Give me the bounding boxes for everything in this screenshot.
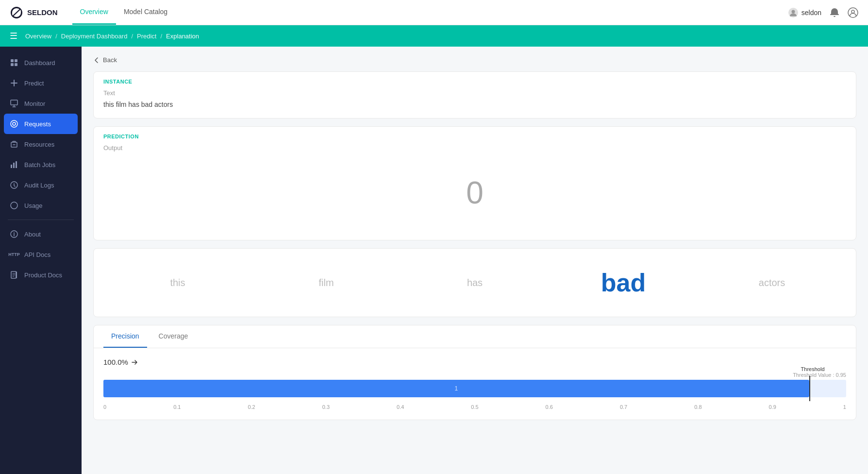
svg-point-16	[11, 202, 17, 209]
breadcrumb-deployment[interactable]: Deployment Dashboard	[61, 33, 128, 40]
sidebar-label-audit-logs: Audit Logs	[24, 182, 54, 189]
top-nav: SELDON Overview Model Catalog seldon	[0, 0, 868, 25]
x-axis-01: 0.1	[173, 404, 181, 410]
sidebar-item-monitor[interactable]: Monitor	[0, 93, 82, 114]
sidebar-label-product-docs: Product Docs	[24, 271, 62, 279]
sidebar-label-batch-jobs: Batch Jobs	[24, 161, 55, 169]
x-axis-07: 0.7	[620, 404, 627, 410]
output-label: Output	[103, 144, 846, 152]
sidebar-label-resources: Resources	[24, 141, 54, 148]
back-arrow-icon	[93, 57, 100, 64]
sidebar-label-requests: Requests	[24, 120, 51, 128]
info-icon	[10, 230, 18, 238]
svg-point-1	[791, 10, 795, 13]
tabs-body: 100.0% Threshold Value : 0.95 1	[94, 348, 856, 420]
breadcrumb-overview[interactable]: Overview	[25, 33, 51, 40]
x-axis: 0 0.1 0.2 0.3 0.4 0.5 0.6 0.7 0.8 0.9 1	[103, 401, 846, 410]
top-nav-right: seldon	[788, 7, 858, 18]
breadcrumb-bar: ☰ Overview / Deployment Dashboard / Pred…	[0, 25, 868, 47]
logo: SELDON	[10, 6, 58, 19]
nav-tabs: Overview Model Catalog	[72, 0, 176, 25]
x-axis-03: 0.3	[322, 404, 330, 410]
sidebar-item-batch-jobs[interactable]: Batch Jobs	[0, 154, 82, 175]
word-this: this	[103, 277, 252, 288]
sidebar-label-dashboard: Dashboard	[24, 59, 55, 67]
back-button[interactable]: Back	[93, 56, 117, 64]
precision-percentage: 100.0%	[103, 358, 128, 366]
svg-rect-6	[11, 63, 14, 66]
threshold-label-row: Threshold Value : 0.95	[103, 372, 846, 378]
sidebar-divider	[8, 220, 74, 220]
plus-icon	[10, 79, 18, 87]
svg-rect-8	[11, 100, 17, 105]
sidebar-label-monitor: Monitor	[24, 100, 45, 107]
sidebar-item-resources[interactable]: Resources	[0, 134, 82, 154]
word-has: has	[401, 277, 549, 288]
box-icon	[10, 140, 18, 149]
sidebar-item-dashboard[interactable]: Dashboard	[0, 52, 82, 73]
instance-field-label: Text	[103, 89, 846, 97]
tabs-card: Precision Coverage 100.0% Th	[93, 325, 856, 420]
user-info: seldon	[788, 7, 821, 18]
account-icon[interactable]	[848, 7, 858, 18]
instance-section-label: INSTANCE	[94, 72, 856, 89]
word-actors: actors	[698, 277, 846, 288]
sidebar-label-predict: Predict	[24, 80, 44, 87]
sidebar-item-product-docs[interactable]: Product Docs	[0, 265, 82, 285]
requests-icon	[10, 119, 18, 128]
instance-field-value: this film has bad actors	[103, 101, 846, 108]
sidebar-label-api-docs: API Docs	[24, 251, 50, 258]
audit-icon	[10, 181, 18, 189]
x-axis-08: 0.8	[694, 404, 701, 410]
svg-rect-14	[16, 161, 17, 168]
prediction-section-label: PREDICTION	[94, 127, 856, 144]
book-icon	[10, 271, 18, 279]
prediction-card: PREDICTION Output 0	[93, 126, 856, 240]
sidebar-item-api-docs[interactable]: HTTP API Docs	[0, 244, 82, 265]
sidebar-label-usage: Usage	[24, 202, 43, 209]
sidebar-item-requests[interactable]: Requests	[4, 114, 78, 134]
percentage-row: 100.0%	[103, 358, 846, 366]
tabs-header: Precision Coverage	[94, 325, 856, 348]
sidebar-item-usage[interactable]: Usage	[0, 195, 82, 216]
http-icon: HTTP	[10, 250, 18, 259]
svg-point-3	[851, 10, 854, 13]
svg-point-10	[13, 122, 16, 125]
hamburger-icon[interactable]: ☰	[10, 31, 17, 41]
word-film: film	[252, 277, 401, 288]
svg-rect-19	[16, 271, 17, 278]
threshold-value-label: Threshold Value : 0.95	[793, 372, 846, 378]
svg-rect-7	[15, 63, 17, 66]
sidebar: Dashboard Predict Monitor	[0, 47, 82, 474]
usage-icon	[10, 201, 18, 210]
tab-precision[interactable]: Precision	[103, 325, 147, 348]
sidebar-label-about: About	[24, 231, 41, 238]
x-axis-09: 0.9	[769, 404, 776, 410]
nav-tab-model-catalog[interactable]: Model Catalog	[116, 0, 175, 25]
x-axis-05: 0.5	[471, 404, 478, 410]
bell-icon[interactable]	[829, 7, 840, 18]
threshold-tag: Threshold	[801, 366, 825, 372]
tab-coverage[interactable]: Coverage	[151, 325, 196, 348]
logo-text: SELDON	[27, 8, 58, 17]
breadcrumb-predict[interactable]: Predict	[137, 33, 156, 40]
breadcrumb-explanation[interactable]: Explanation	[166, 33, 199, 40]
nav-tab-overview[interactable]: Overview	[72, 0, 116, 25]
svg-rect-13	[13, 163, 15, 168]
threshold-line: Threshold	[809, 376, 810, 401]
svg-rect-12	[11, 165, 12, 168]
user-circle-icon	[788, 7, 799, 18]
logo-icon	[10, 6, 23, 19]
word-viz-card: this film has bad actors	[93, 248, 856, 317]
prediction-output-value: 0	[103, 155, 846, 230]
svg-rect-5	[15, 59, 17, 62]
svg-rect-4	[11, 59, 14, 62]
sidebar-item-about[interactable]: About	[0, 224, 82, 244]
x-axis-04: 0.4	[397, 404, 404, 410]
x-axis-02: 0.2	[248, 404, 255, 410]
main-layout: Dashboard Predict Monitor	[0, 47, 868, 474]
sidebar-item-predict[interactable]: Predict	[0, 73, 82, 93]
monitor-icon	[10, 99, 18, 108]
x-axis-06: 0.6	[546, 404, 553, 410]
sidebar-item-audit-logs[interactable]: Audit Logs	[0, 175, 82, 195]
